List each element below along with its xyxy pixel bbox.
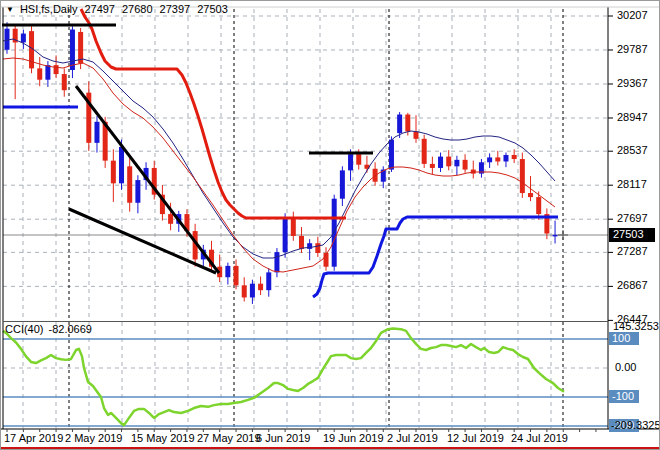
svg-text:2 Jul 2019: 2 Jul 2019 xyxy=(387,432,438,444)
svg-text:2 May 2019: 2 May 2019 xyxy=(65,432,122,444)
chart-title-bar: ▼HSI,fs,Daily27497276802739727503 xyxy=(6,3,228,15)
ohlc-low: 27397 xyxy=(160,3,191,15)
svg-text:24 Jul 2019: 24 Jul 2019 xyxy=(511,432,568,444)
chart-canvas: 3020729787293672894728537281172769727287… xyxy=(1,1,660,450)
indicator-name: CCI(40) xyxy=(5,323,44,335)
svg-text:27697: 27697 xyxy=(617,212,648,224)
svg-text:26867: 26867 xyxy=(617,279,648,291)
bottom-red-line xyxy=(1,447,659,449)
ohlc-high: 27680 xyxy=(122,3,153,15)
svg-text:28537: 28537 xyxy=(617,144,648,156)
svg-text:12 Jul 2019: 12 Jul 2019 xyxy=(447,432,504,444)
svg-text:30207: 30207 xyxy=(617,9,648,21)
svg-text:145.3253: 145.3253 xyxy=(613,320,659,332)
svg-text:27287: 27287 xyxy=(617,245,648,257)
mt4-chart-window: 3020729787293672894728537281172769727287… xyxy=(0,0,660,450)
svg-text:6 Jun 2019: 6 Jun 2019 xyxy=(256,432,310,444)
svg-text:0.00: 0.00 xyxy=(615,361,636,373)
svg-text:100: 100 xyxy=(612,332,630,344)
ohlc-open: 27497 xyxy=(84,3,115,15)
svg-text:27503: 27503 xyxy=(613,228,644,240)
svg-text:29367: 29367 xyxy=(617,77,648,89)
svg-text:19 Jun 2019: 19 Jun 2019 xyxy=(323,432,384,444)
svg-text:-209.3325: -209.3325 xyxy=(611,419,660,431)
indicator-label: CCI(40)-82.0669 xyxy=(5,323,92,335)
svg-text:28117: 28117 xyxy=(617,178,647,190)
indicator-value: -82.0669 xyxy=(49,323,92,335)
svg-text:17 Apr 2019: 17 Apr 2019 xyxy=(4,432,63,444)
svg-text:28947: 28947 xyxy=(617,111,648,123)
svg-text:15 May 2019: 15 May 2019 xyxy=(131,432,195,444)
symbol-title: HSI,fs,Daily xyxy=(20,3,77,15)
symbol-dropdown-icon[interactable]: ▼ xyxy=(6,5,14,14)
current-price-tag: 27503 xyxy=(609,228,655,242)
svg-text:27 May 2019: 27 May 2019 xyxy=(197,432,261,444)
svg-text:-100: -100 xyxy=(612,390,634,402)
ohlc-close: 27503 xyxy=(197,3,228,15)
svg-text:29787: 29787 xyxy=(617,43,648,55)
